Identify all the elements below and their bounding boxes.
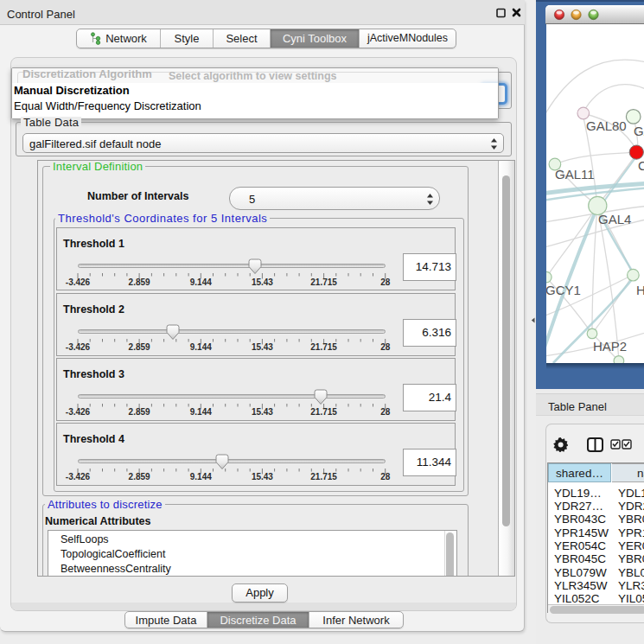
svg-text:H: H	[636, 283, 644, 297]
svg-text:C: C	[638, 158, 644, 173]
svg-text:GA: GA	[634, 124, 644, 138]
svg-text:GCY1: GCY1	[546, 283, 581, 297]
svg-text:GAL80: GAL80	[586, 118, 627, 133]
svg-text:GAL4: GAL4	[598, 212, 631, 226]
svg-text:HAP2: HAP2	[593, 339, 627, 354]
svg-text:GAL11: GAL11	[555, 167, 595, 182]
